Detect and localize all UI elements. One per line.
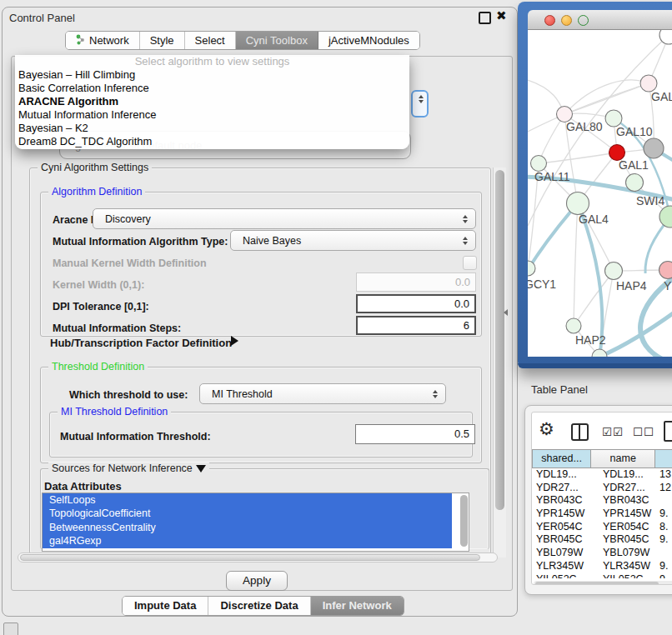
mi-steps-label: Mutual Information Steps: [53, 322, 181, 334]
manual-kernel-checkbox[interactable] [463, 256, 477, 270]
table-row[interactable]: YER054CYER054C8. [532, 521, 672, 534]
gear-icon[interactable]: ⚙ [539, 420, 554, 438]
tab-network[interactable]: Network [66, 32, 140, 49]
tab-infer-network[interactable]: Infer Network [311, 597, 404, 615]
table-row[interactable]: YPR145WYPR145W9. [532, 508, 672, 521]
mi-type-combo[interactable]: Naive Bayes [230, 230, 476, 251]
dropdown-item[interactable]: Mutual Information Inference [15, 108, 409, 122]
deselect-all-checkboxes-icon[interactable]: ☐☐ [633, 425, 654, 438]
attribute-item-selected[interactable]: gal4RGexp [43, 534, 452, 548]
dropdown-item[interactable]: Basic Correlation Inference [15, 82, 409, 95]
network-edge[interactable] [574, 271, 614, 326]
algorithm-combo-fragment[interactable] [411, 90, 429, 118]
data-attributes-list[interactable]: SelfLoopsTopologicalCoefficientBetweenne… [42, 492, 469, 552]
attribute-item-selected[interactable]: SelfLoops [43, 493, 452, 507]
table-horizontal-scrollbar[interactable] [534, 581, 672, 585]
table-panel-title: Table Panel [531, 383, 588, 396]
mi-threshold-field[interactable]: 0.5 [355, 424, 475, 444]
table-row[interactable]: YLR345WYLR345W9. [532, 560, 672, 573]
network-window-titlebar[interactable] [528, 10, 672, 30]
list-scrollbar[interactable] [460, 495, 468, 547]
collapse-arrow-icon[interactable] [196, 465, 206, 472]
network-node-hap4[interactable] [605, 262, 623, 280]
minimize-traffic-light-icon[interactable] [561, 15, 572, 26]
network-icon [76, 34, 85, 48]
network-node-hap2[interactable] [566, 318, 581, 333]
threshold-definition-title: Threshold Definition [48, 361, 148, 372]
sources-group-title: Sources for Network Inference [48, 462, 209, 474]
dropdown-item[interactable]: ARACNE Algorithm [15, 95, 409, 108]
table-row[interactable]: YBR045CYBR045C9. [532, 533, 672, 547]
network-window-frame [518, 363, 672, 368]
network-node-swi4[interactable] [626, 174, 644, 192]
dpi-tolerance-field[interactable]: 0.0 [356, 294, 476, 313]
control-panel: Control Panel ✖ Network Style Select Cyn… [2, 7, 518, 617]
tab-select[interactable]: Select [185, 32, 236, 49]
attribute-item-selected[interactable]: BetweennessCentrality [43, 521, 452, 534]
attribute-item-selected[interactable]: TopologicalCoefficient [43, 507, 452, 520]
network-graph: GALGAL80GAL10GAL1GAL11SWI4GAL4GCY1HAP4YH… [528, 30, 672, 357]
tab-style[interactable]: Style [140, 32, 185, 49]
network-edge[interactable] [574, 203, 578, 326]
zoom-traffic-light-icon[interactable] [578, 15, 589, 26]
kernel-width-field[interactable]: 0.0 [356, 272, 476, 292]
network-node-gal11[interactable] [531, 156, 547, 172]
network-edge[interactable] [528, 203, 578, 275]
table-row[interactable]: YBL079WYBL079W [532, 547, 672, 560]
tab-jactivemnodules[interactable]: jActiveMNodules [318, 32, 419, 49]
tab-impute-data[interactable]: Impute Data [123, 597, 208, 615]
tab-cyni-toolbox[interactable]: Cyni Toolbox [236, 32, 318, 49]
network-node-gal10[interactable] [605, 110, 622, 127]
dropdown-item[interactable]: Dream8 DC_TDC Algorithm [15, 135, 409, 148]
kernel-width-label: Kernel Width (0,1): [53, 279, 144, 291]
new-table-icon[interactable] [664, 421, 672, 442]
column-header-name[interactable]: name [591, 449, 655, 468]
select-all-checkboxes-icon[interactable]: ☑☑ [602, 425, 624, 438]
table-row[interactable]: YDR27...YDR27...12 [532, 482, 672, 495]
network-node-gal[interactable] [640, 75, 657, 92]
network-edge[interactable] [539, 152, 617, 163]
dropdown-item[interactable]: Bayesian – K2 [15, 122, 409, 135]
mi-steps-field[interactable]: 6 [356, 316, 476, 335]
split-columns-icon[interactable] [571, 423, 589, 441]
splitpane-collapse-icon[interactable] [504, 309, 508, 316]
node-label: GAL10 [616, 125, 653, 138]
table-rows[interactable]: YDL19...YDL19...13YDR27...YDR27...12YBR0… [532, 468, 672, 578]
column-header-shared[interactable]: shared... [532, 449, 591, 468]
network-canvas[interactable]: GALGAL80GAL10GAL1GAL11SWI4GAL4GCY1HAP4YH… [528, 30, 672, 357]
close-traffic-light-icon[interactable] [544, 15, 555, 26]
close-icon[interactable]: ✖ [496, 8, 507, 23]
chevron-updown-icon [459, 237, 471, 245]
control-panel-title: Control Panel [9, 12, 75, 24]
table-row[interactable]: YBR043CYBR043C [532, 494, 672, 508]
dropdown-item[interactable]: Bayesian – Hill Climbing [15, 68, 409, 82]
mi-threshold-group-title: MI Threshold Definition [58, 406, 171, 418]
network-node[interactable] [659, 206, 672, 228]
table-row[interactable]: YDL19...YDL19...13 [532, 468, 672, 482]
network-view-window: GALGAL80GAL10GAL1GAL11SWI4GAL4GCY1HAP4YH… [518, 2, 672, 368]
column-header-partial[interactable] [655, 449, 672, 468]
node-label: GCY1 [528, 278, 556, 291]
settings-horizontal-scrollbar[interactable] [18, 552, 498, 562]
which-threshold-combo[interactable]: MI Threshold [199, 383, 446, 404]
network-node-gcy1[interactable] [528, 261, 535, 276]
data-attributes-label: Data Attributes [44, 480, 122, 492]
float-window-icon[interactable] [479, 12, 491, 24]
settings-vertical-scrollbar[interactable] [493, 168, 506, 558]
network-node-y[interactable] [659, 262, 672, 279]
network-node[interactable] [644, 138, 664, 158]
network-edge[interactable] [599, 312, 672, 357]
which-threshold-label: Which threshold to use: [69, 389, 188, 401]
apply-button[interactable]: Apply [226, 571, 288, 591]
mi-threshold-group: MI Threshold Definition Mutual Informati… [49, 412, 473, 458]
algorithm-definition-title: Algorithm Definition [48, 186, 145, 198]
tab-discretize-data[interactable]: Discretize Data [208, 597, 310, 615]
aracne-mode-combo[interactable]: Discovery [93, 208, 476, 229]
dropdown-prompt: Select algorithm to view settings [15, 55, 409, 68]
expand-arrow-icon[interactable] [231, 336, 238, 346]
network-node-gal4[interactable] [567, 192, 589, 215]
mi-threshold-label: Mutual Information Threshold: [60, 431, 211, 442]
node-label: Y [664, 279, 672, 292]
panel-grip-icon[interactable] [3, 622, 18, 635]
table-row[interactable]: YIL052CYIL052C9. [532, 573, 672, 579]
